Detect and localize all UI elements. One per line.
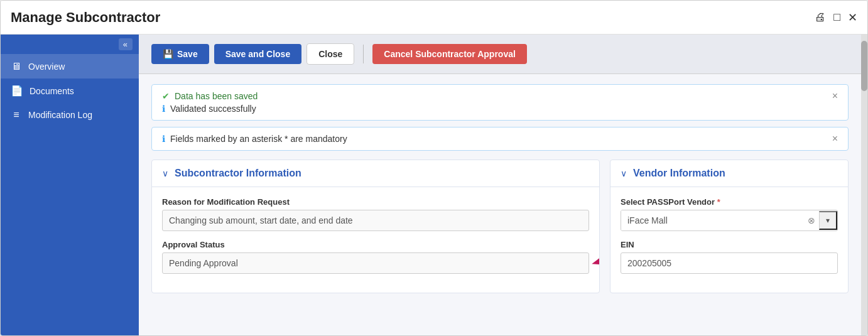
mandatory-alert: ℹ Fields marked by an asterisk * are man… — [151, 127, 849, 151]
sidebar-item-modification-log-label: Modification Log — [28, 110, 92, 120]
main-window: Manage Subcontractor 🖨 □ ✕ « 🖥 Overview … — [0, 0, 868, 336]
vendor-panel-header: ∨ Vendor Information — [610, 160, 848, 187]
vendor-panel-body: Select PASSPort Vendor * ⊗ ▾ E — [610, 187, 848, 293]
info-icon-validated: ℹ — [162, 104, 165, 114]
scrollbar-track[interactable] — [861, 35, 867, 335]
sidebar-collapse-button[interactable]: « — [119, 38, 133, 50]
vendor-clear-button[interactable]: ⊗ — [804, 213, 819, 228]
reason-label: Reason for Modification Request — [162, 197, 589, 207]
close-mandatory-alert-button[interactable]: × — [832, 134, 838, 144]
sidebar-item-documents[interactable]: 📄 Documents — [1, 79, 139, 103]
save-disk-icon: 💾 — [163, 49, 173, 59]
vendor-panel: ∨ Vendor Information Select PASSPort Ven… — [610, 160, 849, 293]
subcontractor-chevron-icon: ∨ — [162, 168, 168, 178]
window-controls: 🖨 □ ✕ — [815, 11, 857, 24]
content-body: ✔ Data has been saved ℹ Validated succes… — [139, 74, 861, 335]
ein-label: EIN — [621, 240, 838, 249]
info-icon-mandatory: ℹ — [162, 134, 165, 144]
documents-icon: 📄 — [11, 85, 23, 97]
vendor-input[interactable] — [621, 210, 804, 230]
window-title: Manage Subcontractor — [11, 9, 160, 26]
vendor-form-group: Select PASSPort Vendor * ⊗ ▾ — [621, 197, 838, 231]
save-validation-alert: ✔ Data has been saved ℹ Validated succes… — [151, 84, 849, 121]
save-close-button[interactable]: Save and Close — [214, 44, 302, 64]
close-save-alert-button[interactable]: × — [832, 91, 838, 101]
vendor-label: Select PASSPort Vendor * — [621, 197, 838, 207]
vendor-chevron-icon: ∨ — [621, 168, 627, 178]
sidebar-item-overview[interactable]: 🖥 Overview — [1, 55, 139, 79]
saved-message: Data has been saved — [175, 91, 258, 101]
vendor-dropdown-button[interactable]: ▾ — [819, 211, 837, 230]
sidebar-item-overview-label: Overview — [28, 62, 65, 72]
close-window-icon[interactable]: ✕ — [848, 11, 857, 24]
approval-status-label: Approval Status — [162, 240, 589, 249]
subcontractor-panel-title: Subcontractor Information — [175, 168, 301, 179]
mandatory-alert-left: ℹ Fields marked by an asterisk * are man… — [162, 134, 347, 144]
ein-form-group: EIN — [621, 240, 838, 274]
approval-status-form-group: Approval Status — [162, 240, 589, 274]
approval-status-input[interactable] — [162, 252, 589, 274]
content-area: 💾 Save Save and Close Close Cancel Subco… — [139, 35, 861, 335]
mandatory-message: Fields marked by an asterisk * are manda… — [170, 134, 347, 144]
maximize-icon[interactable]: □ — [833, 11, 840, 24]
title-bar: Manage Subcontractor 🖨 □ ✕ — [1, 1, 867, 35]
subcontractor-panel-body: Reason for Modification Request Approval… — [152, 187, 599, 293]
cancel-approval-button[interactable]: Cancel Subcontractor Approval — [372, 44, 527, 64]
sidebar: « 🖥 Overview 📄 Documents ≡ Modification … — [1, 35, 139, 335]
saved-alert-row: ✔ Data has been saved — [162, 91, 258, 101]
toolbar-divider — [363, 45, 364, 63]
ein-input[interactable] — [621, 252, 838, 274]
vendor-input-wrapper: ⊗ ▾ — [621, 210, 838, 231]
validated-alert-row: ℹ Validated successfully — [162, 104, 258, 114]
close-button[interactable]: Close — [307, 43, 354, 65]
vendor-panel-title: Vendor Information — [633, 168, 725, 179]
vendor-required-marker: * — [717, 197, 720, 207]
overview-icon: 🖥 — [11, 61, 22, 72]
sidebar-item-modification-log[interactable]: ≡ Modification Log — [1, 103, 139, 127]
main-layout: « 🖥 Overview 📄 Documents ≡ Modification … — [1, 35, 867, 335]
toolbar: 💾 Save Save and Close Close Cancel Subco… — [139, 35, 861, 74]
subcontractor-panel: ∨ Subcontractor Information Reason for M… — [151, 160, 600, 293]
print-icon[interactable]: 🖨 — [815, 11, 826, 24]
reason-form-group: Reason for Modification Request — [162, 197, 589, 231]
sidebar-item-documents-label: Documents — [30, 86, 74, 96]
subcontractor-panel-header: ∨ Subcontractor Information — [152, 160, 599, 187]
panels-row: ∨ Subcontractor Information Reason for M… — [151, 160, 849, 293]
modification-log-icon: ≡ — [11, 109, 22, 121]
reason-input[interactable] — [162, 210, 589, 231]
save-button[interactable]: 💾 Save — [151, 44, 209, 64]
alert-content: ✔ Data has been saved ℹ Validated succes… — [162, 91, 258, 114]
sidebar-collapse-area: « — [1, 35, 139, 55]
check-icon: ✔ — [162, 91, 170, 101]
validated-message: Validated successfully — [170, 104, 256, 114]
scrollbar-thumb[interactable] — [861, 41, 867, 91]
pink-arrow-annotation — [589, 249, 600, 278]
